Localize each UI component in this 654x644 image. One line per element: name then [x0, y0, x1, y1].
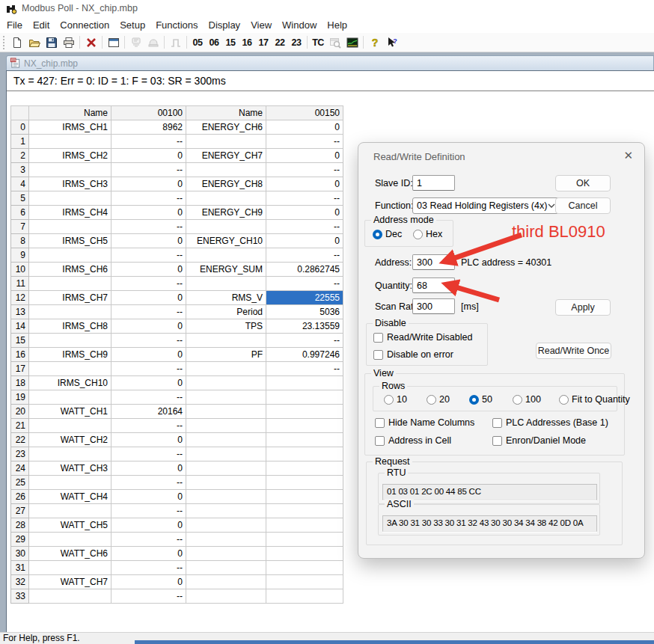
grid-cell[interactable]: 0 — [111, 433, 186, 447]
grid-cell[interactable] — [186, 476, 266, 490]
grid-cell[interactable] — [186, 220, 266, 234]
function-23-button[interactable]: 23 — [288, 34, 305, 51]
grid-cell[interactable]: WATT_CH6 — [29, 547, 111, 561]
grid-cell[interactable] — [186, 163, 266, 177]
grid-cell[interactable]: WATT_CH5 — [29, 518, 111, 533]
grid-cell[interactable]: 23.13559 — [266, 319, 343, 334]
quantity-input[interactable] — [412, 277, 455, 293]
grid-cell[interactable] — [266, 419, 343, 433]
close-icon[interactable]: ✕ — [623, 149, 633, 162]
grid-cell[interactable]: -- — [266, 135, 343, 149]
grid-cell[interactable]: 0 — [266, 120, 343, 135]
grid-cell[interactable]: 0 — [111, 376, 186, 390]
grid-cell[interactable]: IRMS_CH5 — [29, 234, 111, 248]
print-button[interactable] — [60, 34, 77, 51]
grid-cell[interactable]: 0 — [266, 177, 343, 191]
grid-cell[interactable] — [186, 191, 266, 206]
grid-cell[interactable]: 0 — [266, 234, 343, 248]
grid-cell[interactable]: -- — [111, 589, 186, 604]
save-button[interactable] — [43, 34, 60, 51]
menu-display[interactable]: Display — [204, 19, 246, 31]
grid-cell[interactable]: ENERGY_CH9 — [186, 206, 266, 220]
grid-cell[interactable] — [186, 419, 266, 433]
grid-cell[interactable] — [186, 447, 266, 461]
grid-cell[interactable] — [29, 589, 111, 604]
grid-cell[interactable]: 0 — [111, 319, 186, 334]
new-file-button[interactable] — [8, 34, 25, 51]
grid-cell[interactable]: 0 — [111, 263, 186, 277]
rows-100-radio[interactable] — [513, 395, 522, 405]
grid-cell[interactable]: -- — [111, 277, 186, 291]
grid-cell[interactable]: 8962 — [111, 120, 186, 135]
grid-cell[interactable]: -- — [111, 362, 186, 376]
menu-view[interactable]: View — [245, 19, 277, 31]
grid-cell[interactable]: -- — [111, 419, 186, 433]
grid-cell[interactable] — [186, 390, 266, 405]
menu-edit[interactable]: Edit — [28, 19, 55, 31]
dec-radio[interactable] — [373, 230, 382, 239]
grid-cell[interactable] — [29, 191, 111, 206]
hide-name-columns-checkbox[interactable] — [375, 418, 385, 428]
grid-cell[interactable]: -- — [111, 533, 186, 547]
grid-cell[interactable]: 0 — [266, 149, 343, 163]
grid-cell[interactable]: 0 — [111, 206, 186, 220]
grid-cell[interactable] — [29, 533, 111, 547]
grid-cell[interactable]: 0.2862745 — [266, 263, 343, 277]
read-write-once-button[interactable]: Read/Write Once — [536, 343, 611, 359]
context-help-button[interactable]: ? — [383, 34, 400, 51]
grid-cell[interactable]: -- — [111, 163, 186, 177]
grid-cell[interactable]: IRMS_CH8 — [29, 319, 111, 334]
grid-cell[interactable]: 0 — [111, 149, 186, 163]
grid-cell[interactable] — [266, 490, 343, 504]
grid-cell[interactable]: IRMS_CH3 — [29, 177, 111, 191]
grid-cell[interactable] — [186, 490, 266, 504]
grid-cell[interactable]: -- — [266, 191, 343, 206]
grid-cell[interactable]: WATT_CH2 — [29, 433, 111, 447]
grid-cell[interactable]: 0 — [111, 547, 186, 561]
grid-cell[interactable]: -- — [111, 476, 186, 490]
grid-cell[interactable] — [29, 334, 111, 348]
grid-cell[interactable] — [29, 561, 111, 575]
menu-functions[interactable]: Functions — [150, 19, 203, 31]
grid-cell[interactable]: -- — [111, 447, 186, 461]
function-15-button[interactable]: 15 — [222, 34, 239, 51]
fit-to-quantity-radio[interactable] — [559, 395, 569, 405]
slave-id-input[interactable] — [412, 175, 455, 191]
grid-cell[interactable]: IRMS_CH2 — [29, 149, 111, 163]
grid-cell[interactable] — [266, 589, 343, 604]
document-title-bar[interactable]: NX_chip.mbp — [6, 55, 654, 70]
grid-cell[interactable]: WATT_CH4 — [29, 490, 111, 504]
grid-cell[interactable]: -- — [111, 248, 186, 263]
grid-cell[interactable]: IRMS_CH9 — [29, 348, 111, 362]
grid-cell[interactable] — [186, 376, 266, 390]
grid-cell[interactable]: -- — [111, 561, 186, 575]
grid-cell[interactable]: -- — [111, 191, 186, 206]
grid-cell[interactable]: ENERGY_SUM — [186, 263, 266, 277]
menu-file[interactable]: File — [1, 19, 28, 31]
hex-radio[interactable] — [413, 230, 423, 239]
grid-cell[interactable]: -- — [266, 362, 343, 376]
open-file-button[interactable] — [25, 34, 43, 51]
grid-cell[interactable]: -- — [111, 135, 186, 149]
menu-help[interactable]: Help — [322, 19, 352, 31]
grid-cell[interactable] — [186, 433, 266, 447]
rows-50-radio[interactable] — [469, 395, 479, 405]
grid-cell[interactable] — [186, 518, 266, 533]
grid-cell[interactable]: 0 — [111, 348, 186, 362]
grid-cell[interactable]: PF — [186, 348, 266, 362]
grid-cell[interactable] — [186, 362, 266, 376]
grid-cell[interactable]: -- — [266, 248, 343, 263]
grid-cell[interactable]: ENERGY_CH8 — [186, 177, 266, 191]
grid-cell[interactable]: 0.997246 — [266, 348, 343, 362]
function-06-button[interactable]: 06 — [206, 34, 222, 51]
rows-20-radio[interactable] — [427, 395, 436, 405]
menu-window[interactable]: Window — [277, 19, 322, 31]
grid-cell[interactable] — [29, 362, 111, 376]
grid-cell[interactable] — [186, 135, 266, 149]
grid-cell[interactable] — [266, 461, 343, 476]
grid-cell[interactable] — [186, 533, 266, 547]
grid-cell[interactable]: -- — [111, 504, 186, 518]
grid-cell[interactable] — [266, 476, 343, 490]
disconnect-button[interactable] — [82, 34, 100, 51]
function-select[interactable]: 03 Read Holding Registers (4x) — [412, 197, 560, 214]
